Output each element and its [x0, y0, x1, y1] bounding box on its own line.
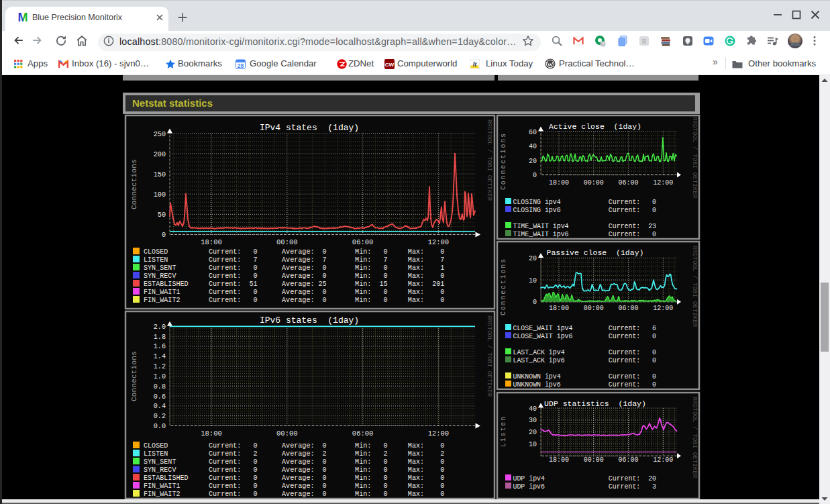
svg-text:CW: CW: [385, 62, 395, 68]
svg-text:00:00: 00:00: [276, 430, 298, 438]
svg-text:00:00: 00:00: [584, 179, 604, 187]
svg-text:1.2: 1.2: [154, 363, 166, 370]
svg-text:0: 0: [162, 232, 166, 239]
svg-text:TIME_WAIT ipv4 Curren: TIME_WAIT ipv4 Current: 23: [513, 223, 657, 230]
svg-text:28: 28: [238, 62, 244, 69]
svg-text:UDP ipv6 Curren: UDP ipv6 Current: 3: [513, 483, 657, 491]
svg-text:18:00: 18:00: [201, 238, 222, 246]
svg-text:0.8: 0.8: [154, 383, 166, 391]
svg-text:06:00: 06:00: [618, 179, 638, 187]
svg-text:RRDTOOL / TOBI OETIKER: RRDTOOL / TOBI OETIKER: [691, 397, 698, 478]
svg-text:RRDTOOL / TOBI OETIKER: RRDTOOL / TOBI OETIKER: [486, 315, 493, 397]
svg-text:20: 20: [529, 158, 537, 165]
svg-text:20: 20: [529, 429, 537, 436]
svg-text:06:00: 06:00: [352, 238, 374, 246]
svg-text:SYN_SENT Current: 0: SYN_SENT Current: 0 Average: 0 Min: 0 Ma…: [144, 458, 444, 466]
svg-text:20: 20: [529, 255, 537, 262]
svg-text:RRDTOOL / TOBI OETIKER: RRDTOOL / TOBI OETIKER: [691, 246, 698, 327]
svg-text:1.6: 1.6: [154, 343, 166, 350]
svg-text:FIN_WAIT2 Current: 0: FIN_WAIT2 Current: 0 Average: 0 Min: 0 M…: [144, 297, 444, 304]
svg-text:Connections: Connections: [500, 258, 507, 315]
svg-text:CLOSED Current: 0: CLOSED Current: 0 Average: 0 Min: 0 Max:…: [144, 442, 444, 450]
svg-text:0: 0: [533, 172, 537, 179]
svg-text:IPv6 states (1day): IPv6 states (1day): [260, 315, 359, 325]
svg-text:Connections: Connections: [500, 132, 507, 190]
svg-text:30: 30: [529, 417, 537, 424]
svg-text:12:00: 12:00: [428, 238, 450, 246]
svg-text:CLOSE_WAIT ipv4 Curren: CLOSE_WAIT ipv4 Current: 6: [513, 325, 657, 332]
svg-text:UDP statistics (1day): UDP statistics (1day): [544, 399, 646, 408]
svg-text:UNKNOWN ipv6 Curren: UNKNOWN ipv6 Current: 0: [513, 381, 657, 389]
svg-text:SYN_RECV Current: 0: SYN_RECV Current: 0 Average: 0 Min: 0 Ma…: [144, 466, 444, 474]
svg-text:18:00: 18:00: [549, 179, 569, 187]
svg-text:R: R: [642, 38, 647, 45]
svg-text:ESTABLISHED Current: 51: ESTABLISHED Current: 51 Average: 25 Min:…: [144, 281, 444, 288]
svg-text:?: ?: [602, 42, 605, 46]
svg-text:LAST_ACK ipv6 Curren: LAST_ACK ipv6 Current: 0: [513, 357, 657, 364]
svg-text:1.8: 1.8: [154, 334, 166, 341]
svg-text:ESTABLISHED Current: 0: ESTABLISHED Current: 0 Average: 0 Min: 0…: [144, 474, 444, 482]
svg-text:200: 200: [154, 151, 166, 158]
svg-text:00:00: 00:00: [584, 456, 604, 464]
svg-text:Connections: Connections: [130, 159, 138, 209]
svg-text:LAST_ACK ipv4 Curren: LAST_ACK ipv4 Current: 0: [513, 349, 657, 356]
svg-text:Passive close (1day): Passive close (1day): [547, 248, 644, 257]
svg-text:CLOSED Current: 0: CLOSED Current: 0 Average: 0 Min: 0 Max:…: [144, 248, 444, 256]
svg-text:SYN_RECV Current: 0: SYN_RECV Current: 0 Average: 0 Min: 0 Ma…: [144, 272, 444, 280]
svg-text:10: 10: [529, 441, 537, 448]
svg-text:0.4: 0.4: [154, 403, 166, 410]
svg-text:CLOSING ipv6 Curren: CLOSING ipv6 Current: 0: [513, 207, 657, 214]
svg-text:12:00: 12:00: [653, 305, 673, 312]
svg-text:18:00: 18:00: [549, 305, 569, 312]
svg-text:0: 0: [533, 299, 537, 306]
svg-text:100: 100: [154, 191, 166, 199]
svg-text:0.0: 0.0: [154, 423, 166, 430]
svg-text:06:00: 06:00: [618, 305, 638, 312]
svg-text:1.0: 1.0: [154, 373, 166, 381]
svg-text:0.2: 0.2: [154, 413, 166, 420]
svg-text:06:00: 06:00: [352, 430, 374, 438]
svg-text:RRDTOOL / TOBI OETIKER: RRDTOOL / TOBI OETIKER: [691, 117, 698, 199]
svg-text:0.6: 0.6: [154, 393, 166, 401]
svg-text:IPv4 states (1day): IPv4 states (1day): [260, 123, 359, 133]
svg-text:Connections: Connections: [130, 351, 138, 401]
svg-text:CLOSING ipv4 Curren: CLOSING ipv4 Current: 0: [513, 199, 657, 206]
svg-text:UNKNOWN ipv4 Curren: UNKNOWN ipv4 Current: 0: [513, 373, 657, 381]
svg-text:CLOSE_WAIT ipv6 Curren: CLOSE_WAIT ipv6 Current: 0: [513, 333, 657, 340]
svg-text:250: 250: [154, 131, 166, 138]
svg-text:1.4: 1.4: [154, 353, 166, 360]
svg-text:Active close (1day): Active close (1day): [549, 122, 641, 131]
svg-text:00:00: 00:00: [276, 238, 298, 246]
svg-text:LISTEN Current: 7: LISTEN Current: 7 Average: 7 Min: 7 Max:…: [144, 256, 444, 264]
svg-text:60: 60: [529, 129, 537, 136]
svg-text:FIN_WAIT1 Current: 0: FIN_WAIT1 Current: 0 Average: 0 Min: 0 M…: [144, 483, 444, 490]
svg-text:150: 150: [154, 171, 166, 179]
svg-text:2.0: 2.0: [154, 323, 166, 331]
svg-text:18:00: 18:00: [201, 430, 222, 438]
svg-text:18:00: 18:00: [549, 456, 569, 464]
svg-text:06:00: 06:00: [618, 456, 638, 464]
svg-text:10: 10: [529, 277, 537, 285]
svg-text:LISTEN Current: 2: LISTEN Current: 2 Average: 2 Min: 2 Max:…: [144, 450, 444, 458]
svg-text:40: 40: [529, 405, 537, 413]
svg-text:50: 50: [158, 211, 166, 219]
svg-text:RRDTOOL / TOBI OETIKER: RRDTOOL / TOBI OETIKER: [486, 119, 493, 201]
svg-text:00:00: 00:00: [584, 305, 604, 312]
svg-text:40: 40: [529, 143, 537, 150]
svg-text:Netstat statistics: Netstat statistics: [132, 97, 213, 109]
svg-text:12:00: 12:00: [653, 179, 673, 187]
svg-text:M: M: [18, 11, 28, 23]
svg-text:UDP ipv4 Curren: UDP ipv4 Current: 20: [513, 475, 657, 483]
svg-text:Listen: Listen: [500, 415, 507, 447]
svg-text:FIN_WAIT2 Current: 0: FIN_WAIT2 Current: 0 Average: 0 Min: 0 M…: [144, 491, 444, 498]
svg-text:FIN_WAIT1 Current: 0: FIN_WAIT1 Current: 0 Average: 0 Min: 0 M…: [144, 289, 444, 296]
svg-text:12:00: 12:00: [428, 430, 450, 438]
svg-text:SYN_SENT Current: 0: SYN_SENT Current: 0 Average: 0 Min: 0 Ma…: [144, 264, 444, 272]
svg-text:TIME_WAIT ipv6 Curren: TIME_WAIT ipv6 Current: 0: [513, 231, 657, 238]
svg-text:12:00: 12:00: [653, 456, 673, 464]
